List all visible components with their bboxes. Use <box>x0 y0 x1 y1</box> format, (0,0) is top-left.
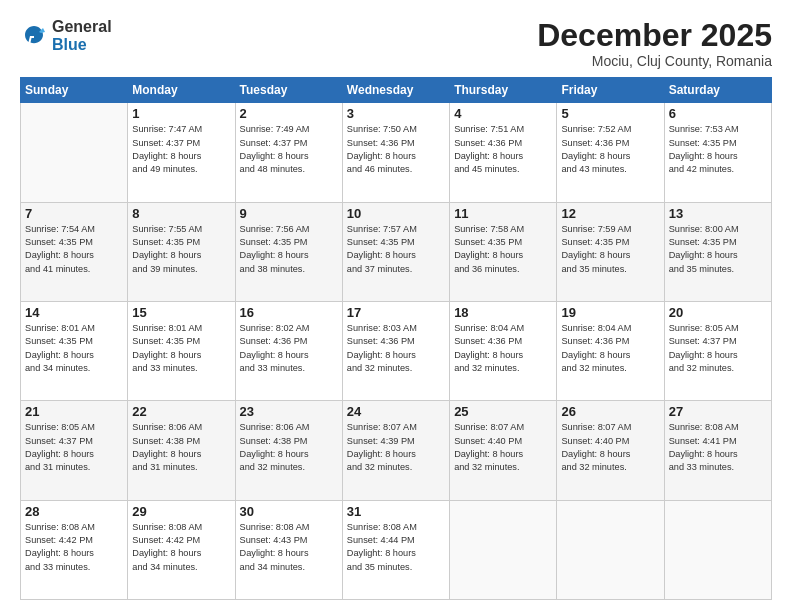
sunset-text: Sunset: 4:35 PM <box>25 237 93 247</box>
daylight-text: Daylight: 8 hours <box>347 548 416 558</box>
daylight-text: Daylight: 8 hours <box>347 250 416 260</box>
day-number: 5 <box>561 106 659 121</box>
daylight-text-2: and 33 minutes. <box>25 562 90 572</box>
daylight-text-2: and 32 minutes. <box>454 363 519 373</box>
daylight-text: Daylight: 8 hours <box>25 548 94 558</box>
daylight-text: Daylight: 8 hours <box>669 250 738 260</box>
sunset-text: Sunset: 4:35 PM <box>669 237 737 247</box>
day-number: 29 <box>132 504 230 519</box>
day-number: 27 <box>669 404 767 419</box>
day-info: Sunrise: 7:53 AMSunset: 4:35 PMDaylight:… <box>669 123 767 176</box>
sunrise-text: Sunrise: 8:07 AM <box>347 422 417 432</box>
title-block: December 2025 Mociu, Cluj County, Romani… <box>537 18 772 69</box>
daylight-text: Daylight: 8 hours <box>561 151 630 161</box>
sunrise-text: Sunrise: 7:55 AM <box>132 224 202 234</box>
sunrise-text: Sunrise: 8:05 AM <box>25 422 95 432</box>
daylight-text-2: and 49 minutes. <box>132 164 197 174</box>
daylight-text-2: and 42 minutes. <box>669 164 734 174</box>
sunset-text: Sunset: 4:43 PM <box>240 535 308 545</box>
daylight-text-2: and 34 minutes. <box>132 562 197 572</box>
logo: General Blue <box>20 18 112 53</box>
day-number: 19 <box>561 305 659 320</box>
day-number: 3 <box>347 106 445 121</box>
day-info: Sunrise: 7:59 AMSunset: 4:35 PMDaylight:… <box>561 223 659 276</box>
day-info: Sunrise: 8:08 AMSunset: 4:42 PMDaylight:… <box>132 521 230 574</box>
daylight-text: Daylight: 8 hours <box>240 548 309 558</box>
daylight-text: Daylight: 8 hours <box>132 548 201 558</box>
table-row: 30Sunrise: 8:08 AMSunset: 4:43 PMDayligh… <box>235 500 342 599</box>
table-row: 21Sunrise: 8:05 AMSunset: 4:37 PMDayligh… <box>21 401 128 500</box>
sunset-text: Sunset: 4:35 PM <box>132 237 200 247</box>
daylight-text: Daylight: 8 hours <box>347 449 416 459</box>
sunrise-text: Sunrise: 7:54 AM <box>25 224 95 234</box>
daylight-text-2: and 33 minutes. <box>132 363 197 373</box>
table-row: 6Sunrise: 7:53 AMSunset: 4:35 PMDaylight… <box>664 103 771 202</box>
daylight-text: Daylight: 8 hours <box>454 449 523 459</box>
daylight-text: Daylight: 8 hours <box>132 350 201 360</box>
day-number: 12 <box>561 206 659 221</box>
sunrise-text: Sunrise: 7:56 AM <box>240 224 310 234</box>
sunset-text: Sunset: 4:37 PM <box>25 436 93 446</box>
sunrise-text: Sunrise: 8:01 AM <box>132 323 202 333</box>
day-number: 25 <box>454 404 552 419</box>
daylight-text: Daylight: 8 hours <box>561 250 630 260</box>
daylight-text-2: and 38 minutes. <box>240 264 305 274</box>
daylight-text-2: and 32 minutes. <box>454 462 519 472</box>
daylight-text: Daylight: 8 hours <box>25 250 94 260</box>
daylight-text: Daylight: 8 hours <box>561 449 630 459</box>
table-row: 20Sunrise: 8:05 AMSunset: 4:37 PMDayligh… <box>664 301 771 400</box>
table-row: 22Sunrise: 8:06 AMSunset: 4:38 PMDayligh… <box>128 401 235 500</box>
sunrise-text: Sunrise: 7:52 AM <box>561 124 631 134</box>
daylight-text: Daylight: 8 hours <box>132 449 201 459</box>
day-info: Sunrise: 8:06 AMSunset: 4:38 PMDaylight:… <box>240 421 338 474</box>
sunset-text: Sunset: 4:35 PM <box>25 336 93 346</box>
logo-blue-text: Blue <box>52 36 112 54</box>
table-row: 17Sunrise: 8:03 AMSunset: 4:36 PMDayligh… <box>342 301 449 400</box>
table-row: 2Sunrise: 7:49 AMSunset: 4:37 PMDaylight… <box>235 103 342 202</box>
day-number: 1 <box>132 106 230 121</box>
daylight-text-2: and 34 minutes. <box>240 562 305 572</box>
sunset-text: Sunset: 4:36 PM <box>561 336 629 346</box>
day-info: Sunrise: 8:04 AMSunset: 4:36 PMDaylight:… <box>561 322 659 375</box>
table-row: 23Sunrise: 8:06 AMSunset: 4:38 PMDayligh… <box>235 401 342 500</box>
sunrise-text: Sunrise: 8:07 AM <box>561 422 631 432</box>
daylight-text-2: and 46 minutes. <box>347 164 412 174</box>
daylight-text: Daylight: 8 hours <box>132 250 201 260</box>
table-row: 19Sunrise: 8:04 AMSunset: 4:36 PMDayligh… <box>557 301 664 400</box>
sunrise-text: Sunrise: 8:01 AM <box>25 323 95 333</box>
day-number: 23 <box>240 404 338 419</box>
location: Mociu, Cluj County, Romania <box>537 53 772 69</box>
sunrise-text: Sunrise: 8:08 AM <box>347 522 417 532</box>
sunset-text: Sunset: 4:36 PM <box>347 138 415 148</box>
day-number: 24 <box>347 404 445 419</box>
day-number: 6 <box>669 106 767 121</box>
day-info: Sunrise: 7:51 AMSunset: 4:36 PMDaylight:… <box>454 123 552 176</box>
daylight-text-2: and 48 minutes. <box>240 164 305 174</box>
daylight-text: Daylight: 8 hours <box>25 449 94 459</box>
table-row: 11Sunrise: 7:58 AMSunset: 4:35 PMDayligh… <box>450 202 557 301</box>
day-number: 22 <box>132 404 230 419</box>
daylight-text: Daylight: 8 hours <box>347 151 416 161</box>
day-number: 26 <box>561 404 659 419</box>
sunset-text: Sunset: 4:39 PM <box>347 436 415 446</box>
day-info: Sunrise: 7:49 AMSunset: 4:37 PMDaylight:… <box>240 123 338 176</box>
daylight-text-2: and 31 minutes. <box>132 462 197 472</box>
sunrise-text: Sunrise: 8:06 AM <box>240 422 310 432</box>
logo-general-text: General <box>52 18 112 36</box>
sunset-text: Sunset: 4:37 PM <box>132 138 200 148</box>
table-row: 10Sunrise: 7:57 AMSunset: 4:35 PMDayligh… <box>342 202 449 301</box>
day-info: Sunrise: 8:04 AMSunset: 4:36 PMDaylight:… <box>454 322 552 375</box>
sunrise-text: Sunrise: 7:50 AM <box>347 124 417 134</box>
sunrise-text: Sunrise: 8:06 AM <box>132 422 202 432</box>
sunrise-text: Sunrise: 8:02 AM <box>240 323 310 333</box>
logo-icon <box>20 22 48 50</box>
table-row: 27Sunrise: 8:08 AMSunset: 4:41 PMDayligh… <box>664 401 771 500</box>
day-number: 20 <box>669 305 767 320</box>
day-number: 9 <box>240 206 338 221</box>
sunset-text: Sunset: 4:35 PM <box>454 237 522 247</box>
table-row: 31Sunrise: 8:08 AMSunset: 4:44 PMDayligh… <box>342 500 449 599</box>
day-info: Sunrise: 8:07 AMSunset: 4:40 PMDaylight:… <box>561 421 659 474</box>
sunset-text: Sunset: 4:35 PM <box>561 237 629 247</box>
sunset-text: Sunset: 4:36 PM <box>347 336 415 346</box>
day-info: Sunrise: 8:02 AMSunset: 4:36 PMDaylight:… <box>240 322 338 375</box>
